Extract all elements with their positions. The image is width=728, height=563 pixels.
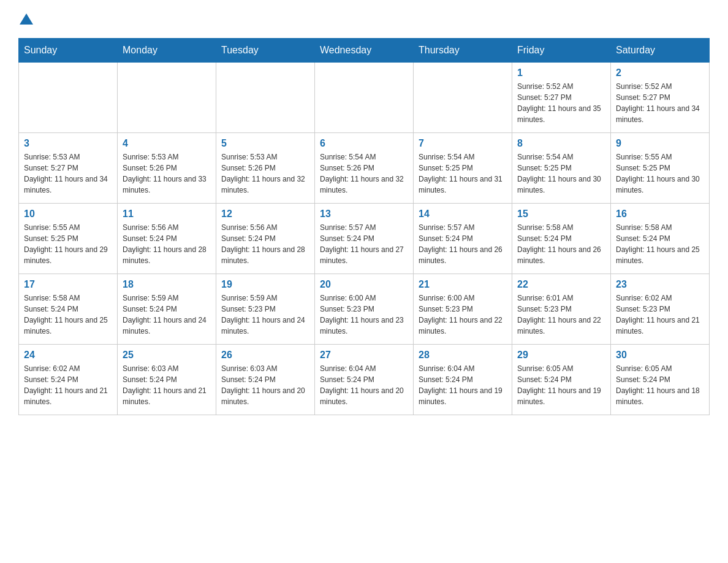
day-info: Sunrise: 5:57 AM Sunset: 5:24 PM Dayligh…	[419, 222, 507, 266]
calendar-cell: 4Sunrise: 5:53 AM Sunset: 5:26 PM Daylig…	[118, 133, 216, 204]
day-info: Sunrise: 5:56 AM Sunset: 5:24 PM Dayligh…	[123, 222, 211, 266]
day-info: Sunrise: 5:55 AM Sunset: 5:25 PM Dayligh…	[616, 151, 704, 196]
calendar-cell	[315, 63, 414, 133]
logo-triangle-icon	[20, 12, 33, 26]
calendar-cell	[118, 63, 216, 133]
day-info: Sunrise: 6:05 AM Sunset: 5:24 PM Dayligh…	[517, 363, 605, 407]
day-info: Sunrise: 6:03 AM Sunset: 5:24 PM Dayligh…	[123, 363, 211, 407]
day-info: Sunrise: 5:58 AM Sunset: 5:24 PM Dayligh…	[517, 222, 605, 266]
weekday-header: Tuesday	[216, 39, 315, 63]
day-number: 22	[517, 279, 605, 290]
calendar-cell: 15Sunrise: 5:58 AM Sunset: 5:24 PM Dayli…	[512, 204, 611, 274]
day-info: Sunrise: 5:58 AM Sunset: 5:24 PM Dayligh…	[24, 293, 112, 337]
day-number: 29	[517, 350, 605, 361]
calendar-cell: 2Sunrise: 5:52 AM Sunset: 5:27 PM Daylig…	[611, 63, 710, 133]
page-header	[18, 12, 710, 26]
calendar-cell: 24Sunrise: 6:02 AM Sunset: 5:24 PM Dayli…	[19, 345, 118, 415]
day-number: 11	[123, 209, 211, 220]
day-info: Sunrise: 6:00 AM Sunset: 5:23 PM Dayligh…	[320, 293, 408, 337]
day-info: Sunrise: 6:02 AM Sunset: 5:23 PM Dayligh…	[616, 293, 704, 337]
calendar-cell: 28Sunrise: 6:04 AM Sunset: 5:24 PM Dayli…	[414, 345, 512, 415]
day-info: Sunrise: 5:53 AM Sunset: 5:26 PM Dayligh…	[221, 151, 309, 196]
day-info: Sunrise: 5:52 AM Sunset: 5:27 PM Dayligh…	[517, 81, 605, 125]
calendar-cell: 12Sunrise: 5:56 AM Sunset: 5:24 PM Dayli…	[216, 204, 315, 274]
day-info: Sunrise: 5:58 AM Sunset: 5:24 PM Dayligh…	[616, 222, 704, 266]
svg-marker-0	[20, 13, 33, 25]
day-number: 19	[221, 279, 309, 290]
day-info: Sunrise: 5:59 AM Sunset: 5:24 PM Dayligh…	[123, 293, 211, 337]
calendar-cell: 29Sunrise: 6:05 AM Sunset: 5:24 PM Dayli…	[512, 345, 611, 415]
calendar-cell: 5Sunrise: 5:53 AM Sunset: 5:26 PM Daylig…	[216, 133, 315, 204]
calendar-cell: 27Sunrise: 6:04 AM Sunset: 5:24 PM Dayli…	[315, 345, 414, 415]
weekday-header: Friday	[512, 39, 611, 63]
weekday-header: Monday	[118, 39, 216, 63]
day-info: Sunrise: 5:53 AM Sunset: 5:26 PM Dayligh…	[123, 151, 211, 196]
day-info: Sunrise: 6:01 AM Sunset: 5:23 PM Dayligh…	[517, 293, 605, 337]
day-number: 5	[221, 138, 309, 149]
calendar-cell: 10Sunrise: 5:55 AM Sunset: 5:25 PM Dayli…	[19, 204, 118, 274]
day-info: Sunrise: 5:56 AM Sunset: 5:24 PM Dayligh…	[221, 222, 309, 266]
calendar-table: SundayMondayTuesdayWednesdayThursdayFrid…	[18, 38, 710, 415]
day-info: Sunrise: 5:54 AM Sunset: 5:25 PM Dayligh…	[419, 151, 507, 196]
weekday-header: Wednesday	[315, 39, 414, 63]
day-info: Sunrise: 5:54 AM Sunset: 5:26 PM Dayligh…	[320, 151, 408, 196]
calendar-cell: 21Sunrise: 6:00 AM Sunset: 5:23 PM Dayli…	[414, 274, 512, 345]
calendar-cell: 9Sunrise: 5:55 AM Sunset: 5:25 PM Daylig…	[611, 133, 710, 204]
calendar-cell: 17Sunrise: 5:58 AM Sunset: 5:24 PM Dayli…	[19, 274, 118, 345]
calendar-cell: 23Sunrise: 6:02 AM Sunset: 5:23 PM Dayli…	[611, 274, 710, 345]
calendar-cell: 30Sunrise: 6:05 AM Sunset: 5:24 PM Dayli…	[611, 345, 710, 415]
day-number: 20	[320, 279, 408, 290]
day-number: 18	[123, 279, 211, 290]
calendar-cell: 11Sunrise: 5:56 AM Sunset: 5:24 PM Dayli…	[118, 204, 216, 274]
logo	[18, 12, 33, 26]
day-info: Sunrise: 5:55 AM Sunset: 5:25 PM Dayligh…	[24, 222, 112, 266]
calendar-cell: 25Sunrise: 6:03 AM Sunset: 5:24 PM Dayli…	[118, 345, 216, 415]
day-number: 24	[24, 350, 112, 361]
day-info: Sunrise: 6:04 AM Sunset: 5:24 PM Dayligh…	[320, 363, 408, 407]
day-number: 8	[517, 138, 605, 149]
calendar-cell: 1Sunrise: 5:52 AM Sunset: 5:27 PM Daylig…	[512, 63, 611, 133]
day-info: Sunrise: 6:00 AM Sunset: 5:23 PM Dayligh…	[419, 293, 507, 337]
day-number: 2	[616, 67, 704, 79]
calendar-cell: 6Sunrise: 5:54 AM Sunset: 5:26 PM Daylig…	[315, 133, 414, 204]
day-info: Sunrise: 6:05 AM Sunset: 5:24 PM Dayligh…	[616, 363, 704, 407]
day-number: 13	[320, 209, 408, 220]
day-number: 7	[419, 138, 507, 149]
day-info: Sunrise: 5:52 AM Sunset: 5:27 PM Dayligh…	[616, 81, 704, 125]
day-info: Sunrise: 5:57 AM Sunset: 5:24 PM Dayligh…	[320, 222, 408, 266]
calendar-week-row: 10Sunrise: 5:55 AM Sunset: 5:25 PM Dayli…	[19, 204, 710, 274]
day-number: 9	[616, 138, 704, 149]
day-number: 17	[24, 279, 112, 290]
day-number: 1	[517, 67, 605, 79]
day-number: 21	[419, 279, 507, 290]
day-number: 25	[123, 350, 211, 361]
day-number: 28	[419, 350, 507, 361]
day-info: Sunrise: 5:53 AM Sunset: 5:27 PM Dayligh…	[24, 151, 112, 196]
calendar-cell: 13Sunrise: 5:57 AM Sunset: 5:24 PM Dayli…	[315, 204, 414, 274]
day-number: 10	[24, 209, 112, 220]
calendar-cell: 22Sunrise: 6:01 AM Sunset: 5:23 PM Dayli…	[512, 274, 611, 345]
weekday-header: Saturday	[611, 39, 710, 63]
calendar-cell	[19, 63, 118, 133]
day-number: 16	[616, 209, 704, 220]
weekday-header: Sunday	[19, 39, 118, 63]
calendar-cell: 7Sunrise: 5:54 AM Sunset: 5:25 PM Daylig…	[414, 133, 512, 204]
calendar-cell: 8Sunrise: 5:54 AM Sunset: 5:25 PM Daylig…	[512, 133, 611, 204]
calendar-cell	[216, 63, 315, 133]
weekday-header: Thursday	[414, 39, 512, 63]
day-info: Sunrise: 6:02 AM Sunset: 5:24 PM Dayligh…	[24, 363, 112, 407]
day-number: 6	[320, 138, 408, 149]
day-number: 4	[123, 138, 211, 149]
calendar-week-row: 24Sunrise: 6:02 AM Sunset: 5:24 PM Dayli…	[19, 345, 710, 415]
calendar-week-row: 1Sunrise: 5:52 AM Sunset: 5:27 PM Daylig…	[19, 63, 710, 133]
day-info: Sunrise: 5:54 AM Sunset: 5:25 PM Dayligh…	[517, 151, 605, 196]
day-number: 12	[221, 209, 309, 220]
calendar-cell: 14Sunrise: 5:57 AM Sunset: 5:24 PM Dayli…	[414, 204, 512, 274]
calendar-week-row: 3Sunrise: 5:53 AM Sunset: 5:27 PM Daylig…	[19, 133, 710, 204]
day-number: 30	[616, 350, 704, 361]
day-number: 23	[616, 279, 704, 290]
calendar-cell: 20Sunrise: 6:00 AM Sunset: 5:23 PM Dayli…	[315, 274, 414, 345]
calendar-cell: 26Sunrise: 6:03 AM Sunset: 5:24 PM Dayli…	[216, 345, 315, 415]
day-info: Sunrise: 5:59 AM Sunset: 5:23 PM Dayligh…	[221, 293, 309, 337]
calendar-cell	[414, 63, 512, 133]
